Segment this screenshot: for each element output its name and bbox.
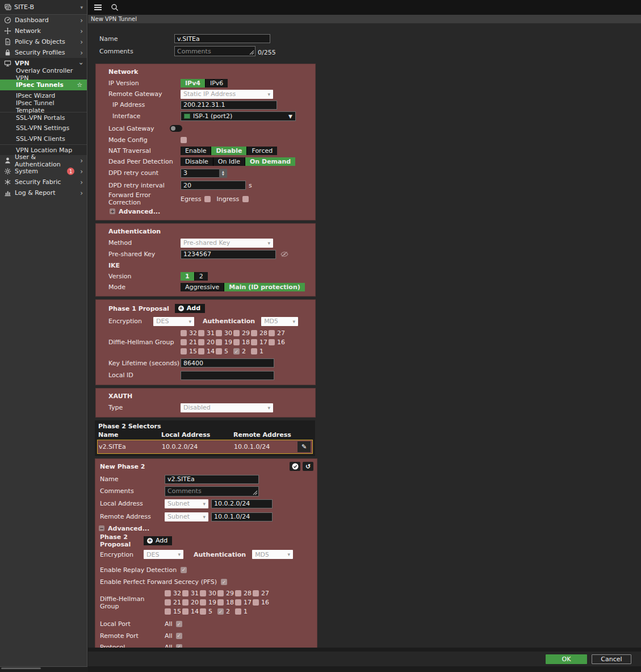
local-address-type-select[interactable]: Subnet ▾ <box>165 499 208 508</box>
mode-config-checkbox[interactable] <box>181 137 187 143</box>
dh-checkbox-20[interactable] <box>198 339 204 345</box>
phase2-comments-textarea[interactable]: Comments <box>165 486 259 496</box>
dh-checkbox-28[interactable] <box>251 330 257 336</box>
dh-checkbox-30[interactable] <box>200 590 206 596</box>
dh-checkbox-31[interactable] <box>182 590 188 596</box>
ike-v2-option[interactable]: 2 <box>195 272 208 281</box>
selector-table-row[interactable]: v2.SITEa 10.0.2.0/24 10.0.1.0/24 ✎ <box>97 440 313 454</box>
sidebar-item-dashboard[interactable]: Dashboard › <box>0 15 87 26</box>
search-icon[interactable] <box>111 3 119 11</box>
sidebar-item-security-profiles[interactable]: Security Profiles › <box>0 47 87 58</box>
dh-checkbox-19[interactable] <box>200 599 206 606</box>
dh-checkbox-18[interactable] <box>233 339 240 345</box>
sidebar-item-network[interactable]: Network › <box>0 26 87 36</box>
local-id-input[interactable] <box>181 371 274 380</box>
edit-selector-button[interactable]: ✎ <box>298 441 311 452</box>
dh-checkbox-2[interactable]: ✓ <box>233 348 240 354</box>
dh-checkbox-29[interactable] <box>233 330 240 336</box>
cancel-button[interactable]: Cancel <box>592 654 631 664</box>
resize-handle-icon[interactable] <box>249 50 254 55</box>
dh-checkbox-27[interactable] <box>253 590 259 596</box>
sidebar-item-user-authentication[interactable]: User & Authentication › <box>0 155 87 166</box>
nat-forced-option[interactable]: Forced <box>247 147 277 155</box>
accept-phase2-button[interactable] <box>290 462 300 471</box>
sidebar-item-policy-objects[interactable]: Policy & Objects › <box>0 36 87 47</box>
remote-address-type-select[interactable]: Subnet ▾ <box>165 512 208 521</box>
remote-gateway-select[interactable]: Static IP Address ▾ <box>181 90 273 99</box>
dh-checkbox-32[interactable] <box>165 590 171 596</box>
dh-checkbox-30[interactable] <box>216 330 222 336</box>
pre-shared-key-input[interactable] <box>181 250 276 259</box>
sidebar-horizontal-scrollbar[interactable] <box>1 667 41 669</box>
dpd-retry-interval-input[interactable] <box>181 181 246 190</box>
dh-checkbox-17[interactable] <box>235 599 241 606</box>
ipv6-option[interactable]: IPv6 <box>206 79 228 87</box>
dh-checkbox-19[interactable] <box>216 339 222 345</box>
pfs-checkbox[interactable]: ✓ <box>221 579 227 585</box>
dh-checkbox-14[interactable] <box>198 348 204 354</box>
method-select[interactable]: Pre-shared Key ▾ <box>181 239 273 248</box>
local-gateway-toggle[interactable] <box>170 125 182 132</box>
sidebar-item-security-fabric[interactable]: Security Fabric › <box>0 177 87 187</box>
stepper-down-icon[interactable]: ▼ <box>222 173 224 176</box>
phase2-auth-select[interactable]: MD5 ▾ <box>252 550 293 559</box>
revert-phase2-button[interactable]: ↺ <box>303 462 313 471</box>
xauth-type-select[interactable]: Disabled ▾ <box>181 403 273 412</box>
dh-checkbox-16[interactable] <box>269 339 275 345</box>
dh-checkbox-1[interactable] <box>235 608 241 615</box>
dh-checkbox-2[interactable]: ✓ <box>217 608 224 615</box>
stepper-buttons[interactable]: ▲▼ <box>219 169 227 178</box>
dh-checkbox-29[interactable] <box>217 590 224 596</box>
ok-button[interactable]: OK <box>546 654 587 664</box>
resize-handle-icon[interactable] <box>253 490 258 495</box>
phase2-advanced-toggle[interactable]: − Advanced... <box>95 523 317 533</box>
fec-egress-checkbox[interactable] <box>204 196 211 202</box>
dh-checkbox-21[interactable] <box>181 339 187 345</box>
name-input[interactable] <box>174 34 270 43</box>
dh-checkbox-21[interactable] <box>165 599 171 606</box>
dh-checkbox-15[interactable] <box>165 608 171 615</box>
dh-checkbox-28[interactable] <box>235 590 241 596</box>
key-lifetime-input[interactable] <box>181 358 274 368</box>
dh-checkbox-18[interactable] <box>217 599 224 606</box>
ipv4-option[interactable]: IPv4 <box>181 79 206 87</box>
menu-icon[interactable] <box>94 5 102 6</box>
mode-aggressive-option[interactable]: Aggressive <box>181 283 224 291</box>
fec-ingress-checkbox[interactable] <box>242 196 249 202</box>
dh-checkbox-20[interactable] <box>182 599 188 606</box>
dh-checkbox-14[interactable] <box>182 608 188 615</box>
sidebar-item-ipsec-tunnel-template[interactable]: IPsec Tunnel Template <box>0 101 87 112</box>
dpd-on-idle-option[interactable]: On Idle <box>213 157 245 166</box>
site-selector[interactable]: SITE-B ▾ <box>0 0 87 15</box>
dh-checkbox-32[interactable] <box>181 330 187 336</box>
remote-port-all-checkbox[interactable]: ✓ <box>176 633 182 639</box>
sidebar-item-ssl-vpn-clients[interactable]: SSL-VPN Clients <box>0 133 87 144</box>
phase1-encryption-select[interactable]: DES ▾ <box>153 317 194 326</box>
ip-address-input[interactable] <box>181 101 277 110</box>
dh-checkbox-27[interactable] <box>269 330 275 336</box>
remote-address-input[interactable] <box>211 512 273 521</box>
phase2-add-button[interactable]: + Add <box>144 536 172 545</box>
dpd-retry-count-input[interactable] <box>181 169 219 178</box>
sidebar-item-ssl-vpn-settings[interactable]: SSL-VPN Settings <box>0 123 87 133</box>
nat-disable-option[interactable]: Disable <box>211 147 247 155</box>
dh-checkbox-1[interactable] <box>251 348 257 354</box>
dpd-disable-option[interactable]: Disable <box>181 157 213 166</box>
dh-checkbox-15[interactable] <box>181 348 187 354</box>
dpd-on-demand-option[interactable]: On Demand <box>245 157 295 166</box>
nat-enable-option[interactable]: Enable <box>181 147 211 155</box>
phase2-encryption-select[interactable]: DES ▾ <box>144 550 183 559</box>
dh-checkbox-5[interactable] <box>200 608 206 615</box>
dh-checkbox-5[interactable] <box>216 348 222 354</box>
phase2-name-input[interactable] <box>165 475 259 484</box>
eye-slash-icon[interactable] <box>280 251 288 257</box>
local-port-all-checkbox[interactable]: ✓ <box>176 621 182 627</box>
dh-checkbox-17[interactable] <box>251 339 257 345</box>
sidebar-item-log-report[interactable]: Log & Report › <box>0 187 87 198</box>
replay-detection-checkbox[interactable]: ✓ <box>181 567 187 573</box>
network-advanced-toggle[interactable]: + Advanced... <box>96 206 315 216</box>
phase1-auth-select[interactable]: MD5 ▾ <box>261 317 298 326</box>
dh-checkbox-31[interactable] <box>198 330 204 336</box>
ike-v1-option[interactable]: 1 <box>181 272 195 281</box>
mode-main-option[interactable]: Main (ID protection) <box>224 283 304 291</box>
